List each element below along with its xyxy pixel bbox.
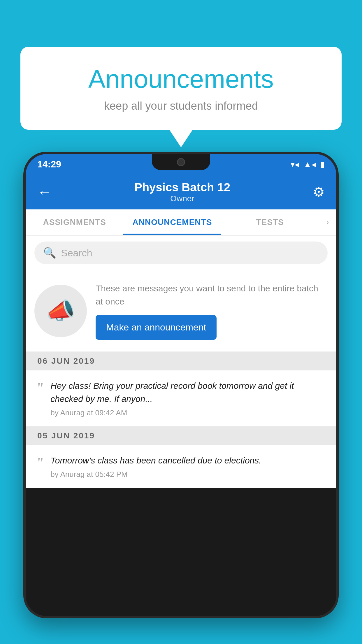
settings-icon[interactable]: ⚙ [313,184,325,200]
speech-bubble-subtitle: keep all your students informed [44,100,318,112]
status-time: 14:29 [37,159,61,170]
phone-wrapper: 14:29 ▾◂ ▲◂ ▮ ← Physics Batch 12 Owner ⚙… [23,152,339,644]
announcement-icon: 📣 [46,297,75,325]
tab-more-icon[interactable]: › [319,209,336,235]
promo-icon-circle: 📣 [34,285,87,337]
promo-description: These are messages you want to send to t… [96,282,328,308]
announcement-text-block-2: Tomorrow's class has been cancelled due … [50,454,325,479]
announcement-text-2: Tomorrow's class has been cancelled due … [50,454,325,467]
speech-bubble-container: Announcements keep all your students inf… [20,47,342,147]
speech-bubble: Announcements keep all your students inf… [20,47,342,130]
app-bar: ← Physics Batch 12 Owner ⚙ [26,174,336,209]
search-icon: 🔍 [43,247,56,259]
app-bar-title: Physics Batch 12 [134,181,230,194]
phone-camera [177,158,185,166]
tab-tests[interactable]: TESTS [221,209,319,235]
promo-right: These are messages you want to send to t… [96,282,328,340]
date-separator-1: 06 JUN 2019 [26,352,336,370]
phone: 14:29 ▾◂ ▲◂ ▮ ← Physics Batch 12 Owner ⚙… [23,152,339,618]
quote-icon-2: " [37,456,43,471]
search-bar[interactable]: 🔍 Search [34,242,328,264]
back-button[interactable]: ← [37,183,52,200]
tab-announcements[interactable]: ANNOUNCEMENTS [123,209,221,235]
announcement-by-1: by Anurag at 09:42 AM [50,408,325,417]
announcement-item-2[interactable]: " Tomorrow's class has been cancelled du… [26,445,336,488]
app-bar-title-group: Physics Batch 12 Owner [134,181,230,203]
announcement-text-block-1: Hey class! Bring your practical record b… [50,379,325,417]
search-placeholder: Search [61,247,92,259]
search-container: 🔍 Search [26,236,336,270]
date-separator-2: 05 JUN 2019 [26,426,336,445]
quote-icon-1: " [37,381,43,396]
app-bar-subtitle: Owner [134,194,230,203]
announcement-by-2: by Anurag at 05:42 PM [50,470,325,479]
tabs-bar: ASSIGNMENTS ANNOUNCEMENTS TESTS › [26,209,336,236]
tab-assignments[interactable]: ASSIGNMENTS [26,209,123,235]
signal-icon: ▲◂ [303,160,316,169]
announcement-item-1[interactable]: " Hey class! Bring your practical record… [26,370,336,426]
wifi-icon: ▾◂ [291,160,299,169]
speech-bubble-title: Announcements [44,64,318,94]
content-area: 🔍 Search 📣 These are messages you want t… [26,236,336,488]
promo-card: 📣 These are messages you want to send to… [26,270,336,352]
status-icons: ▾◂ ▲◂ ▮ [291,160,325,169]
speech-bubble-tail [169,130,193,147]
battery-icon: ▮ [320,160,325,169]
announcement-text-1: Hey class! Bring your practical record b… [50,379,325,405]
phone-notch [152,154,210,170]
make-announcement-button[interactable]: Make an announcement [96,315,217,340]
